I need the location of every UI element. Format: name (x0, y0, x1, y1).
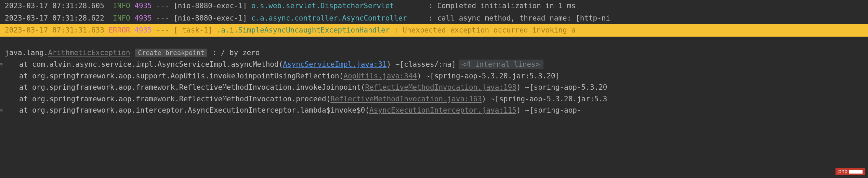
log-pid: 4935 (134, 14, 152, 22)
stack-prefix: at com.alvin.async.service.impl.AsyncSer… (19, 60, 283, 68)
log-logger: c.a.async.controller.AsyncController (251, 14, 407, 22)
stack-frame: at org.springframework.aop.framework.Ref… (0, 93, 868, 105)
stack-suffix: ) ~[classes/:na] (387, 60, 456, 68)
source-link[interactable]: ReflectiveMethodInvocation.java:198 (365, 83, 516, 91)
source-link[interactable]: AsyncExecutionInterceptor.java:115 (369, 106, 516, 114)
log-line-error-highlighted[interactable]: 2023-03-17 07:31:31.633 ERROR 4935 --- [… (0, 24, 868, 37)
log-message: call async method, thread name: [http-ni (437, 14, 610, 22)
log-separator: : (394, 26, 398, 34)
stack-suffix: ) ~[spring-aop-5.3.20.jar:5.3 (482, 95, 607, 103)
stack-prefix: at org.springframework.aop.framework.Ref… (19, 83, 365, 91)
stack-frame: at org.springframework.aop.support.AopUt… (0, 71, 868, 82)
stack-frame: at org.springframework.aop.framework.Ref… (0, 82, 868, 93)
log-thread: [nio-8080-exec-1] (173, 2, 247, 10)
exception-class-link[interactable]: ArithmeticException (48, 49, 130, 57)
stack-prefix: at org.springframework.aop.interceptor.A… (19, 106, 369, 114)
log-logger: o.s.web.servlet.DispatcherServlet (251, 2, 394, 10)
stack-suffix: ) ~[spring-aop- (516, 106, 581, 114)
log-timestamp: 2023-03-17 07:31:28.622 (5, 14, 104, 22)
log-dashes: --- (156, 26, 169, 34)
watermark-badge: php (836, 168, 865, 175)
watermark-blank (849, 170, 863, 174)
log-level-error: ERROR (108, 26, 130, 34)
stack-prefix: at org.springframework.aop.framework.Ref… (19, 95, 330, 103)
stack-suffix: ) ~[spring-aop-5.3.20.jar:5.3.20] (417, 72, 560, 80)
exception-message: : / by zero (208, 49, 260, 57)
log-pid: 4935 (134, 2, 152, 10)
create-breakpoint-button[interactable]: Create breakpoint (135, 49, 207, 57)
exception-header: java.lang.ArithmeticException Create bre… (0, 47, 868, 59)
log-line: 2023-03-17 07:31:28.622 INFO 4935 --- [n… (0, 12, 868, 25)
source-link[interactable]: ReflectiveMethodInvocation.java:163 (330, 95, 482, 103)
log-dashes: --- (156, 14, 169, 22)
blank-line (0, 37, 868, 47)
log-thread: [ task-1] (173, 26, 212, 34)
log-separator: : (429, 14, 433, 22)
stack-suffix: ) ~[spring-aop-5.3.20 (516, 83, 607, 91)
log-level-info: INFO (113, 2, 130, 10)
log-pid: 4935 (134, 26, 152, 34)
source-link[interactable]: AsyncServiceImpl.java:31 (283, 60, 386, 68)
log-logger: .a.i.SimpleAsyncUncaughtExceptionHandler (217, 26, 390, 34)
stack-frame: ⊞ at com.alvin.async.service.impl.AsyncS… (0, 59, 868, 71)
log-thread: [nio-8080-exec-1] (173, 14, 247, 22)
log-timestamp: 2023-03-17 07:31:31.633 (5, 26, 104, 34)
expand-gutter-icon[interactable]: ⊞ (0, 61, 3, 69)
log-line: 2023-03-17 07:31:28.605 INFO 4935 --- [n… (0, 0, 868, 12)
stack-prefix: at org.springframework.aop.support.AopUt… (19, 72, 343, 80)
log-timestamp: 2023-03-17 07:31:28.605 (5, 2, 104, 10)
log-separator: : (429, 2, 433, 10)
stack-frame: ⊞ at org.springframework.aop.interceptor… (0, 105, 868, 116)
internal-lines-badge[interactable]: <4 internal lines> (459, 60, 543, 69)
log-level-info: INFO (113, 14, 130, 22)
exception-package: java.lang. (5, 49, 48, 57)
log-message: Unexpected exception occurred invoking a (403, 26, 576, 34)
expand-gutter-icon[interactable]: ⊞ (0, 106, 3, 115)
source-link[interactable]: AopUtils.java:344 (343, 72, 417, 80)
log-message: Completed initialization in 1 ms (437, 2, 576, 10)
log-dashes: --- (156, 2, 169, 10)
watermark-text: php (838, 168, 847, 174)
